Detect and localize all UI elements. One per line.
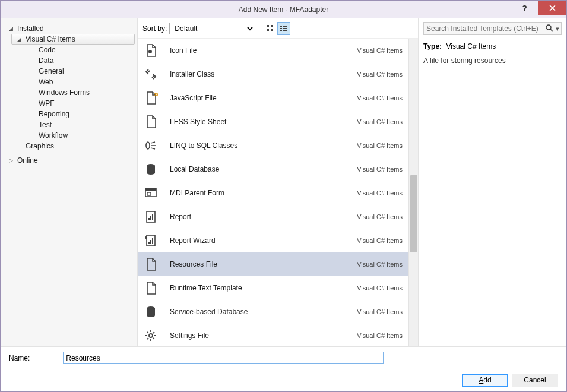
- tree-item-windows-forms[interactable]: Windows Forms: [11, 87, 135, 98]
- template-name: Report Wizard: [170, 236, 357, 245]
- template-name: Runtime Text Template: [170, 284, 357, 292]
- sort-bar: Sort by: Default: [138, 18, 418, 39]
- template-item-linq-to-sql-classes[interactable]: LINQ to SQL ClassesVisual C# Items: [138, 134, 408, 157]
- svg-rect-3: [271, 29, 273, 31]
- expand-icon: ▷: [9, 157, 16, 163]
- svg-rect-6: [280, 30, 282, 31]
- template-item-installer-class[interactable]: Installer ClassVisual C# Items: [138, 62, 408, 86]
- template-name: Icon File: [170, 46, 357, 55]
- template-item-javascript-file[interactable]: JSJavaScript FileVisual C# Items: [138, 86, 408, 110]
- template-name: MDI Parent Form: [170, 189, 357, 197]
- template-item-runtime-text-template[interactable]: Runtime Text TemplateVisual C# Items: [138, 276, 408, 300]
- template-name: Settings File: [170, 331, 357, 340]
- template-category: Visual C# Items: [357, 142, 403, 149]
- resources-icon: [142, 256, 159, 273]
- search-input[interactable]: [423, 22, 562, 35]
- text-template-icon: [142, 280, 159, 296]
- template-name: LINQ to SQL Classes: [170, 141, 357, 150]
- name-input[interactable]: [63, 352, 384, 364]
- button-bar: Add Cancel: [1, 369, 566, 391]
- svg-text:JS: JS: [154, 93, 158, 96]
- info-type: Type: Visual C# Items: [423, 42, 562, 50]
- template-name: LESS Style Sheet: [170, 118, 357, 126]
- template-category: Visual C# Items: [357, 71, 403, 78]
- template-item-service-based-database[interactable]: Service-based DatabaseVisual C# Items: [138, 300, 408, 324]
- svg-point-12: [546, 25, 551, 30]
- name-bar: Name:: [1, 346, 566, 369]
- template-category: Visual C# Items: [357, 166, 403, 173]
- tree-item-wpf[interactable]: WPF: [11, 98, 135, 109]
- window-title: Add New Item - MFAadapter: [1, 5, 566, 14]
- tree-item-data[interactable]: Data: [11, 55, 135, 66]
- template-panel: Sort by: Default Icon FileVisual C# Item…: [137, 18, 419, 346]
- tree-item-general[interactable]: General: [11, 66, 135, 77]
- less-file-icon: [142, 113, 159, 130]
- template-item-local-database[interactable]: Local DatabaseVisual C# Items: [138, 157, 408, 181]
- svg-rect-9: [283, 30, 287, 31]
- dialog-content: ◢ Installed ◢ Visual C# Items CodeDataGe…: [1, 18, 566, 346]
- sort-dropdown[interactable]: Default: [169, 23, 255, 34]
- tree-installed[interactable]: ◢ Installed: [3, 23, 135, 34]
- template-name: JavaScript File: [170, 94, 357, 102]
- tree-online[interactable]: ▷ Online: [3, 155, 135, 166]
- template-scroll-area[interactable]: Icon FileVisual C# ItemsInstaller ClassV…: [138, 39, 408, 346]
- tree-graphics[interactable]: Graphics: [11, 141, 135, 151]
- template-item-mdi-parent-form[interactable]: MDI Parent FormVisual C# Items: [138, 181, 408, 205]
- template-item-settings-file[interactable]: Settings FileVisual C# Items: [138, 324, 408, 346]
- view-grid-button[interactable]: [264, 22, 277, 35]
- template-category: Visual C# Items: [357, 118, 403, 125]
- settings-icon: [142, 327, 159, 344]
- view-buttons: [264, 22, 290, 35]
- scrollbar[interactable]: [408, 39, 418, 346]
- template-category: Visual C# Items: [357, 189, 403, 197]
- tree-item-test[interactable]: Test: [11, 119, 135, 130]
- tree-csharp-items[interactable]: ◢ Visual C# Items: [11, 34, 135, 45]
- name-label: Name:: [9, 354, 30, 362]
- mdi-icon: [142, 185, 159, 201]
- tree-item-workflow[interactable]: Workflow: [11, 130, 135, 141]
- add-button[interactable]: Add: [462, 374, 508, 387]
- search-container: ▾: [423, 22, 562, 35]
- tree-item-code[interactable]: Code: [11, 45, 135, 55]
- category-tree[interactable]: ◢ Installed ◢ Visual C# Items CodeDataGe…: [1, 18, 137, 346]
- tree-item-reporting[interactable]: Reporting: [11, 109, 135, 119]
- tree-label: Online: [17, 156, 38, 165]
- template-item-resources-file[interactable]: Resources FileVisual C# Items: [138, 252, 408, 276]
- template-category: Visual C# Items: [357, 237, 403, 244]
- view-list-button[interactable]: [277, 22, 290, 35]
- svg-line-13: [550, 29, 553, 31]
- report-wizard-icon: [142, 232, 159, 249]
- svg-rect-0: [267, 25, 269, 27]
- template-item-report[interactable]: ReportVisual C# Items: [138, 205, 408, 229]
- type-label: Type:: [423, 42, 442, 50]
- search-icon[interactable]: ▾: [545, 24, 559, 34]
- scrollbar-thumb[interactable]: [410, 175, 417, 252]
- database-icon: [142, 304, 159, 320]
- js-file-icon: JS: [142, 90, 159, 106]
- tree-label: Installed: [17, 24, 44, 33]
- svg-point-10: [148, 50, 152, 53]
- svg-rect-1: [271, 25, 273, 27]
- installer-icon: [142, 66, 159, 83]
- template-item-icon-file[interactable]: Icon FileVisual C# Items: [138, 39, 408, 62]
- cancel-button[interactable]: Cancel: [512, 374, 558, 387]
- template-category: Visual C# Items: [357, 213, 403, 220]
- tree-item-web[interactable]: Web: [11, 77, 135, 87]
- titlebar: Add New Item - MFAadapter ?: [1, 1, 566, 18]
- info-description: A file for storing resources: [423, 56, 562, 65]
- template-item-report-wizard[interactable]: Report WizardVisual C# Items: [138, 229, 408, 252]
- template-name: Installer Class: [170, 70, 357, 78]
- template-category: Visual C# Items: [357, 94, 403, 102]
- template-category: Visual C# Items: [357, 47, 403, 54]
- svg-rect-5: [280, 28, 282, 29]
- svg-rect-2: [267, 29, 269, 31]
- window-controls: ?: [511, 1, 566, 15]
- svg-rect-4: [280, 26, 282, 27]
- collapse-icon: ◢: [17, 36, 24, 42]
- sort-label: Sort by:: [142, 24, 167, 33]
- report-icon: [142, 208, 159, 225]
- template-list: Icon FileVisual C# ItemsInstaller ClassV…: [138, 39, 418, 346]
- close-button[interactable]: [538, 1, 566, 15]
- help-button[interactable]: ?: [511, 1, 538, 15]
- template-item-less-style-sheet[interactable]: LESS Style SheetVisual C# Items: [138, 110, 408, 134]
